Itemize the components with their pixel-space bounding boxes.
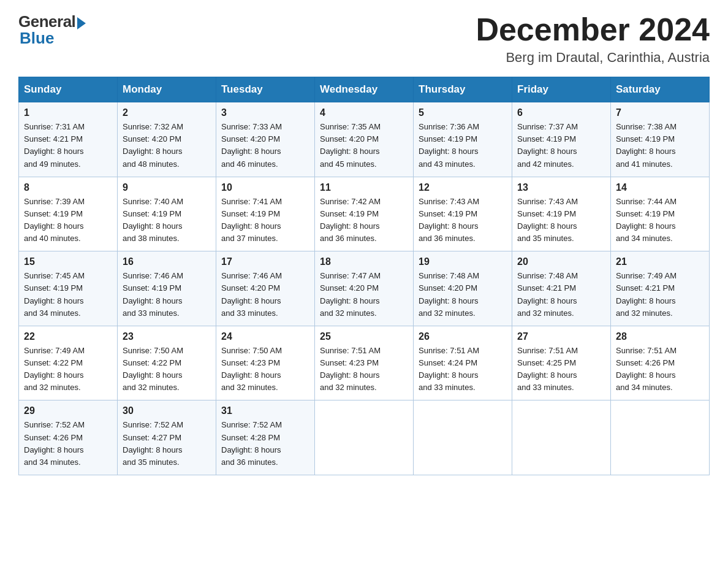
day-info: Sunrise: 7:35 AM Sunset: 4:20 PM Dayligh… <box>320 121 408 170</box>
day-info: Sunrise: 7:42 AM Sunset: 4:19 PM Dayligh… <box>320 196 408 245</box>
month-year-title: December 2024 <box>476 12 710 47</box>
day-info: Sunrise: 7:33 AM Sunset: 4:20 PM Dayligh… <box>221 121 309 170</box>
day-info: Sunrise: 7:49 AM Sunset: 4:21 PM Dayligh… <box>616 270 704 320</box>
day-info: Sunrise: 7:36 AM Sunset: 4:19 PM Dayligh… <box>419 121 507 170</box>
day-info: Sunrise: 7:51 AM Sunset: 4:26 PM Dayligh… <box>616 345 704 394</box>
day-number: 14 <box>616 182 704 193</box>
day-number: 2 <box>123 107 211 118</box>
calendar-day-cell: 9 Sunrise: 7:40 AM Sunset: 4:19 PM Dayli… <box>118 177 216 251</box>
day-info: Sunrise: 7:51 AM Sunset: 4:23 PM Dayligh… <box>320 345 408 394</box>
calendar-week-row: 15 Sunrise: 7:45 AM Sunset: 4:19 PM Dayl… <box>19 251 710 326</box>
day-number: 12 <box>419 182 507 193</box>
calendar-day-cell: 15 Sunrise: 7:45 AM Sunset: 4:19 PM Dayl… <box>19 251 118 326</box>
day-info: Sunrise: 7:50 AM Sunset: 4:23 PM Dayligh… <box>221 345 309 394</box>
calendar-day-cell: 2 Sunrise: 7:32 AM Sunset: 4:20 PM Dayli… <box>118 102 216 177</box>
day-number: 25 <box>320 331 408 342</box>
day-info: Sunrise: 7:51 AM Sunset: 4:24 PM Dayligh… <box>419 345 507 394</box>
day-number: 31 <box>221 405 309 416</box>
day-number: 24 <box>221 331 309 342</box>
calendar-table: SundayMondayTuesdayWednesdayThursdayFrid… <box>18 77 710 475</box>
day-number: 23 <box>123 331 211 342</box>
day-info: Sunrise: 7:52 AM Sunset: 4:26 PM Dayligh… <box>24 419 112 469</box>
calendar-day-cell: 5 Sunrise: 7:36 AM Sunset: 4:19 PM Dayli… <box>414 102 512 177</box>
calendar-day-cell: 29 Sunrise: 7:52 AM Sunset: 4:26 PM Dayl… <box>19 400 118 475</box>
day-info: Sunrise: 7:44 AM Sunset: 4:19 PM Dayligh… <box>616 196 704 245</box>
calendar-day-cell: 3 Sunrise: 7:33 AM Sunset: 4:20 PM Dayli… <box>216 102 315 177</box>
calendar-day-cell: 28 Sunrise: 7:51 AM Sunset: 4:26 PM Dayl… <box>611 326 710 400</box>
calendar-day-cell: 22 Sunrise: 7:49 AM Sunset: 4:22 PM Dayl… <box>19 326 118 400</box>
calendar-day-cell: 31 Sunrise: 7:52 AM Sunset: 4:28 PM Dayl… <box>216 400 315 475</box>
day-info: Sunrise: 7:32 AM Sunset: 4:20 PM Dayligh… <box>123 121 211 170</box>
calendar-day-cell: 12 Sunrise: 7:43 AM Sunset: 4:19 PM Dayl… <box>414 177 512 251</box>
day-info: Sunrise: 7:51 AM Sunset: 4:25 PM Dayligh… <box>517 345 605 394</box>
calendar-week-row: 8 Sunrise: 7:39 AM Sunset: 4:19 PM Dayli… <box>19 177 710 251</box>
calendar-week-row: 1 Sunrise: 7:31 AM Sunset: 4:21 PM Dayli… <box>19 102 710 177</box>
column-header-monday: Monday <box>118 77 216 102</box>
day-number: 10 <box>221 182 309 193</box>
day-info: Sunrise: 7:43 AM Sunset: 4:19 PM Dayligh… <box>517 196 605 245</box>
day-number: 6 <box>517 107 605 118</box>
logo-arrow-icon <box>77 17 86 29</box>
day-info: Sunrise: 7:47 AM Sunset: 4:20 PM Dayligh… <box>320 270 408 320</box>
page-header: General Blue December 2024 Berg im Draut… <box>18 12 710 66</box>
day-info: Sunrise: 7:37 AM Sunset: 4:19 PM Dayligh… <box>517 121 605 170</box>
day-info: Sunrise: 7:39 AM Sunset: 4:19 PM Dayligh… <box>24 196 112 245</box>
day-info: Sunrise: 7:38 AM Sunset: 4:19 PM Dayligh… <box>616 121 704 170</box>
column-header-tuesday: Tuesday <box>216 77 315 102</box>
day-info: Sunrise: 7:40 AM Sunset: 4:19 PM Dayligh… <box>123 196 211 245</box>
calendar-day-cell: 18 Sunrise: 7:47 AM Sunset: 4:20 PM Dayl… <box>315 251 414 326</box>
calendar-day-cell: 1 Sunrise: 7:31 AM Sunset: 4:21 PM Dayli… <box>19 102 118 177</box>
title-section: December 2024 Berg im Drautal, Carinthia… <box>476 12 710 66</box>
day-info: Sunrise: 7:43 AM Sunset: 4:19 PM Dayligh… <box>419 196 507 245</box>
day-number: 22 <box>24 331 112 342</box>
day-number: 15 <box>24 256 112 267</box>
day-number: 4 <box>320 107 408 118</box>
calendar-day-cell: 7 Sunrise: 7:38 AM Sunset: 4:19 PM Dayli… <box>611 102 710 177</box>
day-number: 30 <box>123 405 211 416</box>
day-number: 13 <box>517 182 605 193</box>
empty-cell <box>512 400 611 475</box>
day-number: 26 <box>419 331 507 342</box>
day-info: Sunrise: 7:45 AM Sunset: 4:19 PM Dayligh… <box>24 270 112 320</box>
logo-blue-text: Blue <box>18 29 54 48</box>
location-subtitle: Berg im Drautal, Carinthia, Austria <box>476 50 710 66</box>
day-number: 11 <box>320 182 408 193</box>
column-header-friday: Friday <box>512 77 611 102</box>
calendar-day-cell: 14 Sunrise: 7:44 AM Sunset: 4:19 PM Dayl… <box>611 177 710 251</box>
calendar-day-cell: 25 Sunrise: 7:51 AM Sunset: 4:23 PM Dayl… <box>315 326 414 400</box>
empty-cell <box>414 400 512 475</box>
day-number: 19 <box>419 256 507 267</box>
calendar-day-cell: 21 Sunrise: 7:49 AM Sunset: 4:21 PM Dayl… <box>611 251 710 326</box>
calendar-day-cell: 4 Sunrise: 7:35 AM Sunset: 4:20 PM Dayli… <box>315 102 414 177</box>
calendar-day-cell: 24 Sunrise: 7:50 AM Sunset: 4:23 PM Dayl… <box>216 326 315 400</box>
day-info: Sunrise: 7:31 AM Sunset: 4:21 PM Dayligh… <box>24 121 112 170</box>
calendar-day-cell: 19 Sunrise: 7:48 AM Sunset: 4:20 PM Dayl… <box>414 251 512 326</box>
logo: General Blue <box>18 12 86 48</box>
calendar-day-cell: 23 Sunrise: 7:50 AM Sunset: 4:22 PM Dayl… <box>118 326 216 400</box>
empty-cell <box>315 400 414 475</box>
calendar-day-cell: 26 Sunrise: 7:51 AM Sunset: 4:24 PM Dayl… <box>414 326 512 400</box>
day-number: 9 <box>123 182 211 193</box>
column-header-thursday: Thursday <box>414 77 512 102</box>
day-number: 1 <box>24 107 112 118</box>
day-number: 16 <box>123 256 211 267</box>
calendar-day-cell: 8 Sunrise: 7:39 AM Sunset: 4:19 PM Dayli… <box>19 177 118 251</box>
day-number: 20 <box>517 256 605 267</box>
calendar-day-cell: 10 Sunrise: 7:41 AM Sunset: 4:19 PM Dayl… <box>216 177 315 251</box>
day-number: 3 <box>221 107 309 118</box>
day-info: Sunrise: 7:48 AM Sunset: 4:20 PM Dayligh… <box>419 270 507 320</box>
calendar-day-cell: 13 Sunrise: 7:43 AM Sunset: 4:19 PM Dayl… <box>512 177 611 251</box>
calendar-day-cell: 16 Sunrise: 7:46 AM Sunset: 4:19 PM Dayl… <box>118 251 216 326</box>
column-header-wednesday: Wednesday <box>315 77 414 102</box>
day-number: 28 <box>616 331 704 342</box>
calendar-day-cell: 11 Sunrise: 7:42 AM Sunset: 4:19 PM Dayl… <box>315 177 414 251</box>
calendar-day-cell: 20 Sunrise: 7:48 AM Sunset: 4:21 PM Dayl… <box>512 251 611 326</box>
day-info: Sunrise: 7:46 AM Sunset: 4:20 PM Dayligh… <box>221 270 309 320</box>
day-info: Sunrise: 7:49 AM Sunset: 4:22 PM Dayligh… <box>24 345 112 394</box>
day-number: 27 <box>517 331 605 342</box>
calendar-week-row: 22 Sunrise: 7:49 AM Sunset: 4:22 PM Dayl… <box>19 326 710 400</box>
day-number: 5 <box>419 107 507 118</box>
day-info: Sunrise: 7:41 AM Sunset: 4:19 PM Dayligh… <box>221 196 309 245</box>
empty-cell <box>611 400 710 475</box>
calendar-week-row: 29 Sunrise: 7:52 AM Sunset: 4:26 PM Dayl… <box>19 400 710 475</box>
